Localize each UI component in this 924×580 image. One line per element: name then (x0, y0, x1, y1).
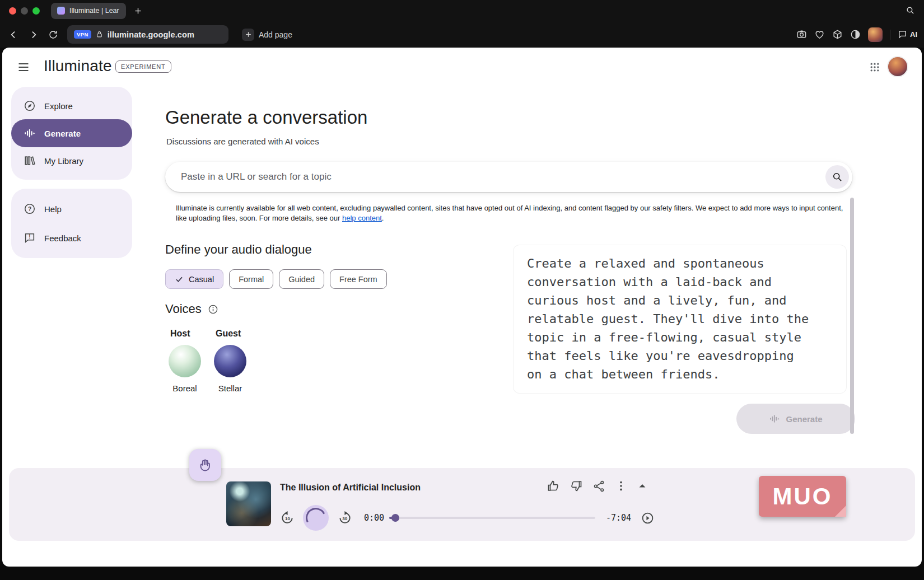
chip-label: Guided (288, 275, 315, 284)
waveform-icon (24, 127, 36, 139)
voices-header: Voices (165, 302, 218, 316)
collapse-player-icon[interactable] (637, 480, 648, 492)
raise-hand-button[interactable] (189, 449, 221, 481)
track-title: The Illusion of Artificial Inclusion (280, 483, 421, 493)
ai-assistant-button[interactable]: AI (898, 30, 917, 39)
playback-speed-icon[interactable] (641, 511, 655, 525)
chip-label: Free Form (339, 275, 377, 284)
heart-icon[interactable] (814, 29, 825, 40)
browser-tab-bar: Illuminate | Lear (0, 0, 924, 21)
sidebar-item-help[interactable]: ? Help (11, 194, 132, 223)
muo-watermark-text: MUO (773, 483, 833, 510)
thumbs-up-icon[interactable] (547, 479, 560, 493)
sidebar-support-group: ? Help ! Feedback (11, 189, 132, 258)
plus-icon (242, 29, 254, 41)
seek-bar[interactable] (389, 517, 595, 519)
topic-search-bar (165, 162, 852, 192)
svg-text:10: 10 (285, 516, 291, 521)
muo-watermark: MUO (759, 476, 846, 517)
info-icon[interactable] (208, 304, 218, 315)
sidebar-item-my-library[interactable]: My Library (11, 147, 132, 174)
svg-text:?: ? (28, 206, 31, 212)
sidebar-primary-group: Explore Generate My Library (11, 87, 132, 180)
toolbar-divider (890, 30, 890, 40)
sidebar-item-label: Generate (44, 129, 81, 138)
illuminate-page: Illuminate EXPERIMENT Explore Generate (2, 48, 922, 567)
tab-favicon-icon (57, 7, 65, 15)
share-icon[interactable] (592, 480, 605, 493)
tabbar-search-icon[interactable] (906, 6, 915, 15)
guest-voice-name: Stellar (214, 383, 246, 393)
sidebar-item-label: Feedback (44, 233, 81, 243)
disclaimer-period: . (382, 214, 384, 222)
audio-player-bar: The Illusion of Artificial Inclusion 10 … (9, 468, 915, 541)
hand-icon (198, 458, 213, 473)
page-title: Illuminate (44, 57, 112, 75)
album-art[interactable] (226, 481, 271, 526)
tab-title: Illuminate | Lear (69, 7, 119, 15)
chip-formal[interactable]: Formal (229, 269, 273, 289)
scrollbar[interactable] (850, 198, 854, 434)
help-icon: ? (24, 203, 36, 215)
ai-label: AI (910, 30, 917, 39)
more-options-icon[interactable] (615, 480, 627, 492)
address-bar[interactable]: VPN illuminate.google.com (67, 25, 228, 44)
play-button[interactable] (303, 505, 329, 531)
window-controls (9, 7, 40, 15)
disclaimer-text: Illuminate is currently available for al… (176, 204, 843, 222)
add-page-label: Add page (259, 30, 292, 39)
reload-button[interactable] (48, 30, 58, 40)
chip-free-form[interactable]: Free Form (330, 269, 387, 289)
back-button[interactable] (8, 29, 19, 40)
sidebar-item-feedback[interactable]: ! Feedback (11, 223, 132, 252)
sidebar-item-generate[interactable]: Generate (11, 119, 132, 147)
extensions-icon[interactable] (832, 29, 843, 40)
check-icon (175, 275, 184, 284)
help-content-link[interactable]: help content (342, 214, 382, 222)
account-avatar[interactable] (887, 56, 908, 77)
new-tab-button[interactable] (134, 7, 142, 15)
svg-text:30: 30 (342, 516, 348, 521)
url-text: illuminate.google.com (108, 30, 194, 39)
sidebar-item-explore[interactable]: Explore (11, 92, 132, 119)
guest-voice-avatar[interactable] (214, 345, 246, 377)
compass-icon (24, 100, 36, 112)
app-header: Illuminate EXPERIMENT (2, 48, 922, 87)
prompt-text: Create a relaxed and spontaneous convers… (527, 254, 814, 383)
close-window-button[interactable] (9, 7, 16, 15)
generate-button[interactable]: Generate (736, 404, 855, 434)
current-time: 0:00 (364, 513, 384, 523)
browser-profile-avatar[interactable] (868, 27, 883, 42)
menu-icon[interactable] (17, 60, 30, 74)
google-apps-icon[interactable] (869, 62, 880, 73)
host-column-label: Host (170, 329, 190, 339)
chip-label: Formal (239, 275, 264, 284)
experiment-badge: EXPERIMENT (115, 60, 171, 73)
browser-tab[interactable]: Illuminate | Lear (51, 3, 126, 19)
svg-text:!: ! (29, 233, 30, 240)
thumbs-down-icon[interactable] (570, 479, 583, 493)
lock-icon (96, 31, 103, 38)
prompt-preview-card: Create a relaxed and spontaneous convers… (513, 245, 847, 394)
seek-bar-thumb[interactable] (391, 514, 399, 522)
search-submit-button[interactable] (825, 165, 849, 189)
host-voice-avatar[interactable] (169, 345, 201, 377)
theme-toggle-icon[interactable] (850, 29, 861, 40)
add-page-button[interactable]: Add page (242, 29, 292, 41)
topic-search-input[interactable] (165, 171, 825, 183)
chip-casual[interactable]: Casual (165, 269, 223, 289)
library-icon (24, 155, 36, 167)
vpn-badge[interactable]: VPN (74, 30, 91, 39)
ai-chat-icon (898, 30, 907, 39)
replay-10-button[interactable]: 10 (280, 511, 295, 525)
sidebar: Explore Generate My Library ? Help (11, 87, 132, 267)
forward-30-button[interactable]: 30 (338, 511, 352, 525)
capture-icon[interactable] (796, 29, 807, 40)
nav-toolbar: AI (796, 21, 917, 48)
chip-guided[interactable]: Guided (279, 269, 324, 289)
player-actions (547, 479, 648, 493)
forward-button[interactable] (28, 29, 39, 40)
zoom-window-button[interactable] (32, 7, 40, 15)
style-chip-group: Casual Formal Guided Free Form (165, 269, 387, 289)
minimize-window-button[interactable] (21, 7, 28, 15)
